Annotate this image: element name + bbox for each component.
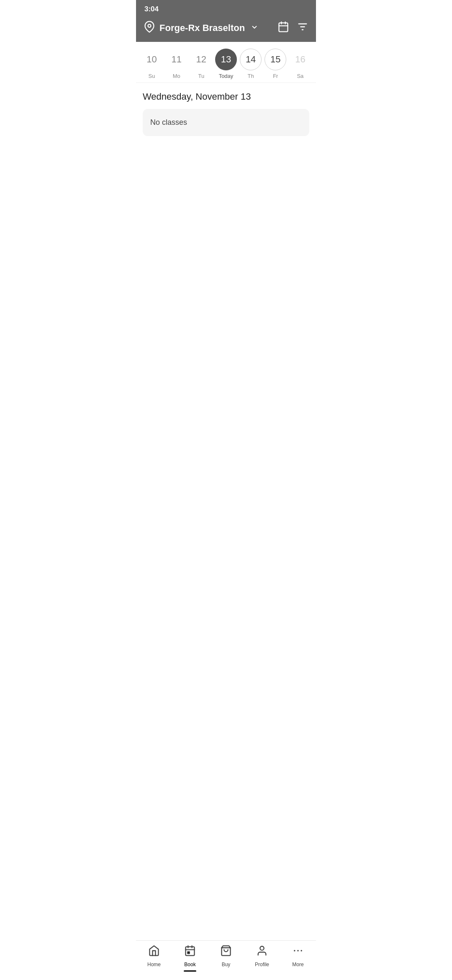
buy-icon	[220, 945, 232, 959]
svg-rect-1	[279, 23, 288, 32]
filter-icon[interactable]	[297, 21, 308, 35]
chevron-down-icon	[251, 23, 258, 33]
nav-label-profile: Profile	[255, 962, 269, 967]
date-number-16: 16	[289, 49, 311, 70]
svg-point-14	[260, 946, 264, 950]
date-number-13: 13	[215, 49, 237, 70]
home-icon	[148, 945, 160, 959]
svg-rect-8	[186, 947, 195, 956]
date-item-mo[interactable]: 11 Mo	[166, 49, 187, 79]
date-item-fr[interactable]: 15 Fr	[265, 49, 286, 79]
selected-date-heading: Wednesday, November 13	[136, 83, 316, 107]
svg-rect-12	[187, 952, 190, 954]
nav-label-book: Book	[184, 962, 195, 967]
date-day-fr: Fr	[273, 73, 278, 79]
profile-icon	[256, 945, 268, 959]
date-number-14: 14	[240, 49, 262, 70]
date-item-sa[interactable]: 16 Sa	[289, 49, 311, 79]
svg-point-17	[300, 950, 302, 952]
location-selector[interactable]: Forge-Rx Braselton	[144, 21, 258, 35]
svg-point-0	[148, 24, 151, 27]
date-item-tu[interactable]: 12 Tu	[190, 49, 212, 79]
book-icon	[184, 945, 196, 959]
app-header: Forge-Rx Braselton	[136, 17, 316, 42]
status-bar: 3:04	[136, 0, 316, 17]
nav-label-home: Home	[147, 962, 161, 967]
date-number-10: 10	[141, 49, 163, 70]
header-actions	[277, 21, 308, 35]
date-day-sa: Sa	[297, 73, 303, 79]
nav-item-more[interactable]: More	[283, 945, 313, 967]
date-strip: 10 Su 11 Mo 12 Tu 13 Today 14 Th 15 Fr 1…	[136, 42, 316, 83]
date-item-today[interactable]: 13 Today	[215, 49, 237, 79]
status-time: 3:04	[144, 5, 159, 13]
nav-item-profile[interactable]: Profile	[247, 945, 277, 967]
date-day-today: Today	[219, 73, 234, 79]
nav-label-buy: Buy	[222, 962, 231, 967]
location-name: Forge-Rx Braselton	[159, 23, 245, 34]
no-classes-label: No classes	[150, 118, 187, 126]
location-icon	[144, 21, 155, 35]
no-classes-card: No classes	[143, 109, 309, 136]
nav-item-home[interactable]: Home	[139, 945, 169, 967]
calendar-icon[interactable]	[277, 21, 289, 35]
date-number-12: 12	[190, 49, 212, 70]
date-day-tu: Tu	[198, 73, 204, 79]
date-number-11: 11	[166, 49, 187, 70]
date-item-th[interactable]: 14 Th	[240, 49, 262, 79]
nav-item-buy[interactable]: Buy	[211, 945, 241, 967]
bottom-nav: Home Book Buy	[136, 940, 316, 980]
date-day-su: Su	[149, 73, 155, 79]
date-item-su[interactable]: 10 Su	[141, 49, 163, 79]
svg-point-15	[294, 950, 295, 952]
nav-item-book[interactable]: Book	[175, 945, 205, 967]
nav-label-more: More	[292, 962, 303, 967]
main-content	[136, 138, 316, 980]
date-day-th: Th	[248, 73, 254, 79]
more-icon	[292, 945, 304, 959]
svg-point-16	[297, 950, 299, 952]
date-day-mo: Mo	[173, 73, 180, 79]
date-number-15: 15	[265, 49, 286, 70]
